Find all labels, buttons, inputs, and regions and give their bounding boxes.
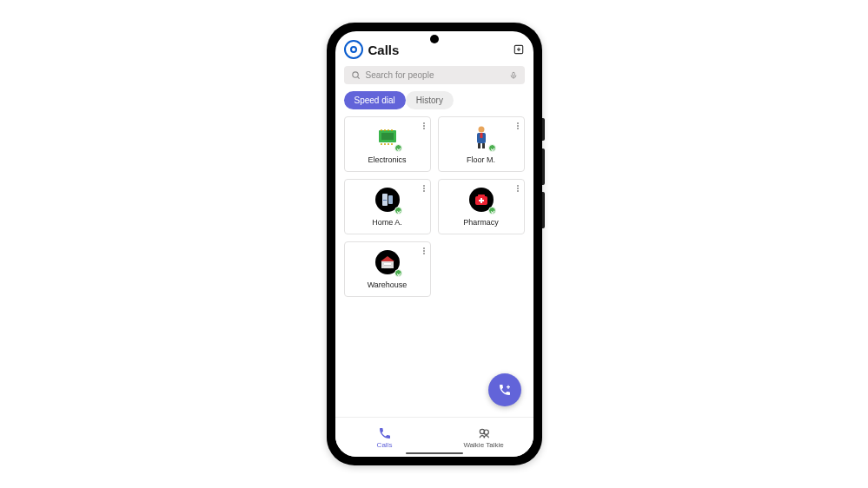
mic-icon[interactable] [509, 71, 518, 80]
contact-card-electronics[interactable]: Electronics [344, 116, 431, 172]
bottom-nav: Calls Walkie Talkie [335, 417, 533, 457]
search-icon [351, 70, 361, 80]
more-icon[interactable] [421, 246, 427, 256]
nav-label: Calls [377, 441, 393, 449]
contact-label: Floor M. [467, 155, 495, 164]
phone-side-button [542, 118, 545, 141]
phone-frame: Calls Search for people Speed dial Histo… [327, 23, 542, 465]
svg-rect-20 [383, 200, 387, 201]
more-icon[interactable] [515, 121, 520, 131]
nav-calls[interactable]: Calls [335, 418, 434, 457]
search-placeholder: Search for people [366, 70, 504, 80]
contact-label: Pharmacy [463, 218, 499, 227]
home-appliance-icon [374, 187, 401, 213]
phone-icon [378, 426, 392, 440]
contact-card-pharmacy[interactable]: Pharmacy [438, 179, 525, 234]
phone-camera-notch [430, 35, 439, 43]
svg-rect-2 [512, 72, 514, 76]
svg-rect-15 [480, 133, 482, 138]
more-icon[interactable] [421, 121, 427, 131]
phone-side-button [542, 192, 545, 228]
search-input[interactable]: Search for people [344, 66, 525, 84]
page-title: Calls [368, 43, 507, 57]
svg-rect-4 [381, 133, 394, 140]
phone-side-button [542, 148, 545, 185]
svg-rect-22 [478, 195, 485, 197]
phone-plus-icon [498, 383, 512, 397]
more-icon[interactable] [421, 183, 427, 194]
presence-available-icon [394, 207, 402, 214]
svg-rect-16 [478, 143, 480, 148]
pharmacy-icon [468, 187, 494, 213]
svg-marker-25 [381, 256, 394, 261]
nav-label: Walkie Talkie [463, 441, 503, 449]
presence-available-icon [394, 269, 402, 277]
tab-speed-dial[interactable]: Speed dial [344, 91, 406, 109]
profile-avatar[interactable] [344, 40, 363, 59]
walkie-talkie-icon [477, 426, 491, 440]
svg-rect-28 [384, 265, 391, 266]
contact-card-warehouse[interactable]: Warehouse [344, 241, 431, 297]
contact-label: Electronics [368, 155, 406, 164]
voicemail-icon[interactable] [513, 43, 525, 56]
svg-rect-24 [479, 200, 484, 201]
presence-available-icon [488, 144, 496, 152]
svg-rect-17 [482, 143, 485, 148]
home-indicator [406, 452, 463, 454]
contact-label: Warehouse [368, 280, 407, 289]
more-icon[interactable] [515, 183, 520, 194]
svg-rect-19 [388, 195, 393, 204]
contact-label: Home A. [372, 218, 402, 227]
app-screen: Calls Search for people Speed dial Histo… [335, 31, 533, 457]
nav-walkie-talkie[interactable]: Walkie Talkie [434, 418, 533, 457]
electronics-icon [374, 124, 401, 150]
contact-card-home-appliance[interactable]: Home A. [344, 179, 431, 234]
warehouse-icon [374, 249, 401, 275]
svg-point-1 [352, 72, 357, 77]
new-call-button[interactable] [488, 373, 521, 406]
tabs: Speed dial History [335, 91, 533, 116]
svg-point-13 [478, 127, 484, 133]
speed-dial-grid: Electronics Floor M. [335, 116, 533, 297]
presence-available-icon [394, 144, 402, 152]
svg-rect-29 [384, 267, 391, 267]
contact-card-floor-manager[interactable]: Floor M. [438, 116, 525, 172]
tab-history[interactable]: History [406, 91, 454, 109]
person-icon [468, 124, 494, 150]
presence-available-icon [488, 207, 496, 214]
